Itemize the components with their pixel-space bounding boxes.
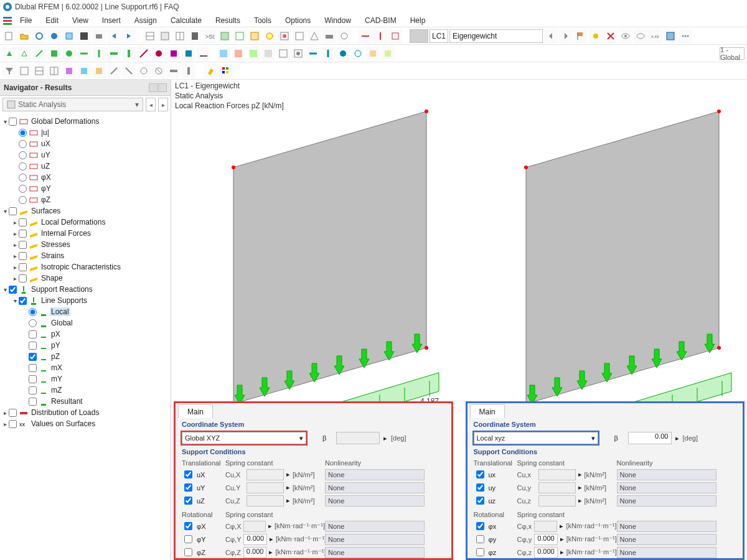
tb-redo[interactable] [122, 29, 136, 43]
tb3-g[interactable] [107, 64, 121, 78]
tb3-paint[interactable] [204, 64, 218, 78]
results-tree[interactable]: ▾Global Deformations |u| uX uY uZ φX φY … [0, 113, 171, 560]
nl-phiY[interactable]: None [325, 534, 425, 545]
lc-prev[interactable] [544, 29, 558, 43]
tb2-j[interactable] [137, 47, 151, 60]
node-global-deformations[interactable]: Global Deformations [30, 117, 100, 126]
tb2-r[interactable] [261, 47, 275, 60]
tb-r3[interactable] [248, 29, 261, 43]
tb3-c[interactable] [47, 64, 61, 78]
chk-uZ[interactable] [184, 497, 192, 505]
node-my[interactable]: mY [50, 375, 63, 383]
tb-r5[interactable] [278, 29, 291, 43]
node-phiy[interactable]: φY [40, 184, 52, 193]
chk-ux2[interactable] [476, 470, 484, 478]
nl-phix2[interactable]: None [617, 521, 716, 532]
lc-number[interactable]: LC1 [430, 29, 448, 43]
chk-uz2[interactable] [476, 497, 484, 505]
tb3-e[interactable] [77, 64, 91, 78]
menu-view[interactable]: View [66, 15, 95, 26]
tb-star[interactable] [589, 29, 603, 43]
tb-table2[interactable] [158, 29, 172, 43]
tb2-w[interactable] [336, 47, 350, 60]
chk-phiZ[interactable] [184, 548, 192, 556]
tb2-l[interactable] [167, 47, 181, 60]
tb2-b[interactable] [17, 47, 31, 60]
chk-uy2[interactable] [476, 483, 484, 492]
node-u[interactable]: |u| [40, 128, 50, 137]
tb3-h[interactable] [122, 64, 136, 78]
node-uz[interactable]: uZ [40, 162, 51, 170]
node-iso[interactable]: Isotropic Characteristics [40, 263, 122, 271]
tb2-f[interactable] [77, 47, 91, 60]
menu-insert[interactable]: Insert [96, 15, 127, 26]
navigator-dock-icon[interactable] [149, 83, 157, 92]
menu-edit[interactable]: Edit [39, 15, 65, 26]
node-ux[interactable]: uX [40, 139, 52, 148]
node-mx[interactable]: mX [50, 363, 63, 372]
chk-phiy2[interactable] [476, 535, 484, 543]
nl-uy2[interactable]: None [617, 482, 716, 493]
nl-phiy2[interactable]: None [617, 534, 716, 545]
chk-phiY[interactable] [184, 535, 192, 543]
tb-sc[interactable]: >SC [203, 29, 217, 43]
menu-tools[interactable]: Tools [248, 15, 278, 26]
node-stresses[interactable]: Stresses [40, 240, 72, 249]
tb-settings[interactable] [47, 29, 61, 43]
tb3-filter[interactable] [2, 64, 16, 78]
tb3-a[interactable] [17, 64, 31, 78]
node-pz[interactable]: pZ [50, 352, 61, 361]
tb-r7[interactable] [308, 29, 321, 43]
lc-name-combo[interactable]: Eigengewicht [449, 29, 543, 43]
tb2-v[interactable] [321, 47, 335, 60]
node-py[interactable]: pY [50, 341, 62, 350]
chk-uX[interactable] [184, 470, 192, 478]
node-phix[interactable]: φX [40, 173, 52, 182]
node-support-reactions[interactable]: Support Reactions [30, 285, 94, 294]
node-shape[interactable]: Shape [40, 274, 64, 282]
tb-table3[interactable] [173, 29, 187, 43]
nl-uZ[interactable]: None [325, 495, 425, 506]
nl-phiz2[interactable]: None [617, 547, 716, 558]
tb3-f[interactable] [92, 64, 106, 78]
combo-next[interactable]: ▸ [158, 98, 168, 111]
nl-uz2[interactable]: None [617, 495, 716, 506]
tb-reload[interactable] [32, 29, 46, 43]
analysis-combo[interactable]: Static Analysis ▾ [2, 98, 143, 111]
panel-tab-main-2[interactable]: Main [470, 404, 505, 418]
node-dist-loads[interactable]: Distribution of Loads [30, 408, 100, 417]
tb3-k[interactable] [167, 64, 181, 78]
tb3-i[interactable] [137, 64, 151, 78]
tb3-l[interactable] [182, 64, 195, 78]
view-tag[interactable]: 1 - Global [720, 47, 745, 60]
tb2-n[interactable] [197, 47, 210, 60]
tb-table1[interactable] [143, 29, 157, 43]
tb2-d[interactable] [47, 47, 61, 60]
coord-select-global[interactable]: Global XYZ▾ [182, 432, 306, 444]
tb2-t[interactable] [291, 47, 305, 60]
tb-undo[interactable] [107, 29, 121, 43]
tb-load-c[interactable] [388, 29, 402, 43]
model-viewport[interactable]: LC1 - Eigengewicht Static Analysis Local… [171, 80, 747, 560]
tb2-a[interactable] [2, 47, 16, 60]
tb2-e[interactable] [62, 47, 76, 60]
navigator-close-icon[interactable] [158, 83, 167, 92]
tb-new[interactable] [2, 29, 16, 43]
node-val-surf[interactable]: Values on Surfaces [30, 419, 96, 428]
nl-phiZ[interactable]: None [325, 547, 425, 558]
nl-uX[interactable]: None [325, 469, 425, 480]
node-global[interactable]: Global [50, 319, 74, 327]
tb2-p[interactable] [232, 47, 245, 60]
tb2-g[interactable] [92, 47, 106, 60]
node-local[interactable]: Local [50, 307, 70, 316]
tb3-j[interactable] [152, 64, 166, 78]
tb2-h[interactable] [107, 47, 121, 60]
node-px[interactable]: pX [50, 330, 62, 338]
tb-print[interactable] [92, 29, 106, 43]
beta-value-local[interactable]: 0.00 [628, 432, 672, 444]
menu-calculate[interactable]: Calculate [164, 15, 208, 26]
tb2-s[interactable] [276, 47, 290, 60]
node-line-supports[interactable]: Line Supports [40, 296, 88, 305]
tb2-z[interactable] [381, 47, 395, 60]
tb-eye2[interactable] [634, 29, 647, 43]
